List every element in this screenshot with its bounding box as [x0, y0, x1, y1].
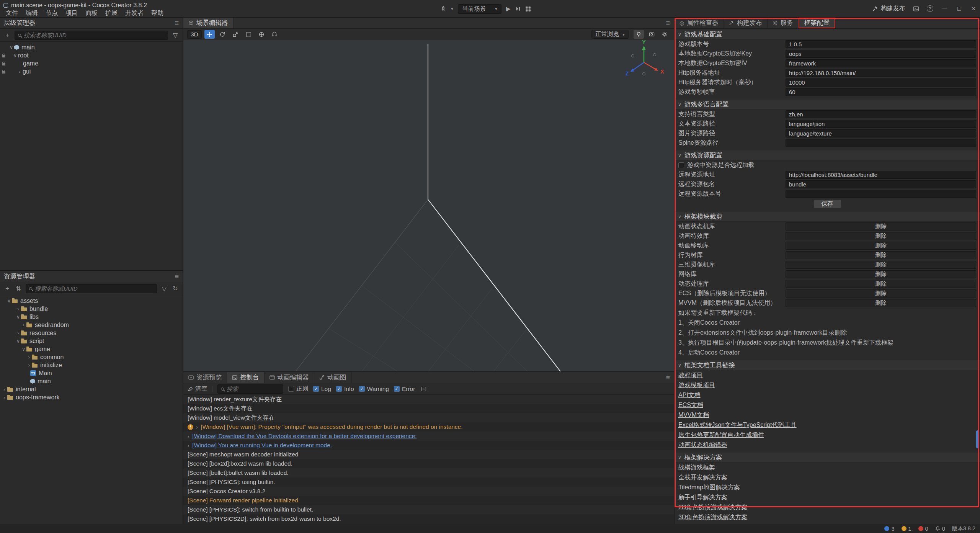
- build-publish-button[interactable]: 构建发布: [872, 5, 905, 13]
- asset-node[interactable]: › bundle: [0, 305, 183, 313]
- asset-node[interactable]: › initialize: [0, 361, 183, 369]
- delete-module-button[interactable]: 删除: [786, 280, 976, 288]
- expand-arrow-icon[interactable]: ›: [2, 394, 7, 400]
- rotate-tool-button[interactable]: [217, 30, 228, 39]
- asset-node[interactable]: ∨ script: [0, 337, 183, 345]
- property-input[interactable]: [786, 120, 976, 128]
- solution-link[interactable]: 全栈开发解决方案: [675, 473, 980, 482]
- expand-arrow-icon[interactable]: ∨: [8, 44, 14, 50]
- log-row[interactable]: [Scene] [PHYSICS2D]: switch from box2d-w…: [183, 514, 674, 523]
- property-input[interactable]: [786, 180, 976, 188]
- hierarchy-search-input[interactable]: [24, 32, 165, 38]
- property-input[interactable]: [786, 139, 976, 147]
- minimize-button[interactable]: ─: [942, 5, 947, 12]
- asset-node[interactable]: › common: [0, 353, 183, 361]
- preview-device-icon[interactable]: [440, 6, 446, 12]
- maximize-button[interactable]: □: [957, 5, 961, 12]
- property-input[interactable]: [786, 88, 976, 96]
- save-button[interactable]: 保存: [813, 199, 841, 208]
- doc-link[interactable]: 动画状态机编辑器: [675, 440, 980, 450]
- scene-settings-button[interactable]: [660, 30, 670, 39]
- menu-item[interactable]: 编辑: [22, 9, 42, 17]
- log-filter-checkbox[interactable]: Info: [336, 386, 354, 392]
- add-node-button[interactable]: +: [3, 32, 11, 39]
- delete-module-button[interactable]: 删除: [786, 270, 976, 278]
- delete-module-button[interactable]: 删除: [786, 289, 976, 298]
- log-filter-checkbox[interactable]: Error: [394, 386, 415, 392]
- delete-module-button[interactable]: 删除: [786, 251, 976, 259]
- log-row[interactable]: [Window] render_texture文件夹存在: [183, 395, 674, 404]
- tab-console[interactable]: 控制台: [227, 372, 265, 383]
- tab-build-publish[interactable]: 构建发布: [724, 18, 768, 28]
- doc-link[interactable]: 教程项目: [675, 370, 980, 380]
- solution-link[interactable]: 3D角色扮演游戏解决方案: [675, 512, 980, 522]
- log-row[interactable]: [Scene] Cocos Creator v3.8.2: [183, 487, 674, 496]
- scrollbar-thumb[interactable]: [976, 430, 979, 448]
- section-header-language[interactable]: ∨ 游戏多语言配置: [675, 100, 980, 110]
- section-header-docs[interactable]: ∨ 框架文档工具链接: [675, 360, 980, 370]
- menu-item[interactable]: 开发者: [121, 9, 147, 17]
- menu-item[interactable]: 帮助: [147, 9, 167, 17]
- regex-checkbox[interactable]: 正则: [288, 385, 308, 393]
- help-icon[interactable]: ?: [927, 5, 933, 12]
- panel-menu-icon[interactable]: ≡: [175, 273, 179, 281]
- expand-arrow-icon[interactable]: ›: [17, 69, 23, 74]
- light-toggle-button[interactable]: [634, 30, 644, 39]
- expand-arrow-icon[interactable]: ›: [26, 362, 32, 368]
- tab-service[interactable]: 服务: [768, 18, 799, 28]
- property-input[interactable]: [786, 69, 976, 77]
- asset-node[interactable]: ∨ assets: [0, 297, 183, 305]
- filter-icon[interactable]: ▽: [160, 285, 168, 292]
- tab-property-inspector[interactable]: ◎ 属性检查器: [675, 18, 724, 28]
- hierarchy-node[interactable]: › gui: [0, 67, 183, 75]
- log-row[interactable]: › [Window] Download the Vue Devtools ext…: [183, 432, 674, 441]
- delete-module-button[interactable]: 删除: [786, 299, 976, 307]
- property-input[interactable]: [786, 190, 976, 198]
- asset-node[interactable]: ∨ game: [0, 345, 183, 353]
- log-filter-checkbox[interactable]: Warning: [359, 386, 389, 392]
- add-asset-button[interactable]: +: [3, 285, 11, 292]
- asset-node[interactable]: › internal: [0, 385, 183, 393]
- notification-counter[interactable]: 0: [935, 526, 945, 532]
- property-input[interactable]: [786, 59, 976, 67]
- assets-search-input[interactable]: [35, 285, 154, 292]
- console-search-input[interactable]: [227, 386, 280, 392]
- view-mode-select[interactable]: 正常浏览 ▾: [591, 30, 629, 39]
- expand-arrow-icon[interactable]: ∨: [12, 52, 18, 58]
- console-search[interactable]: [217, 384, 283, 394]
- expand-arrow-icon[interactable]: ›: [196, 424, 198, 430]
- console-log-list[interactable]: [Window] render_texture文件夹存在 [Window] ec…: [183, 395, 674, 524]
- rect-tool-button[interactable]: [243, 30, 254, 39]
- scene-select[interactable]: 当前场景 ▾: [458, 4, 501, 14]
- asset-node[interactable]: › oops-framework: [0, 393, 183, 401]
- delete-module-button[interactable]: 删除: [786, 261, 976, 269]
- log-row[interactable]: [Window] ecs文件夹存在: [183, 404, 674, 413]
- log-row[interactable]: ! › [Window] [Vue warn]: Property "onInp…: [183, 422, 674, 432]
- log-row[interactable]: [Scene] Forward render pipeline initiali…: [183, 496, 674, 505]
- asset-node[interactable]: main: [0, 377, 183, 385]
- tab-framework-config[interactable]: 框架配置: [799, 18, 835, 28]
- tab-scene-editor[interactable]: 场景编辑器: [183, 18, 234, 28]
- delete-module-button[interactable]: 删除: [786, 242, 976, 250]
- log-row[interactable]: [Scene] [box2d]:box2d wasm lib loaded.: [183, 459, 674, 468]
- lock-icon[interactable]: [2, 71, 5, 74]
- log-filter-checkbox[interactable]: Log: [313, 386, 331, 392]
- delete-module-button[interactable]: 删除: [786, 232, 976, 240]
- expand-arrow-icon[interactable]: ›: [15, 306, 21, 312]
- play-button[interactable]: ▶: [506, 5, 511, 12]
- solution-link[interactable]: 2D角色扮演游戏解决方案: [675, 502, 980, 512]
- doc-link[interactable]: 原生包热更新配置自动生成插件: [675, 430, 980, 440]
- asset-node[interactable]: TS Main: [0, 369, 183, 377]
- doc-link[interactable]: Excel格式转Json文件与TypeScript代码工具: [675, 420, 980, 430]
- expand-arrow-icon[interactable]: ∨: [15, 314, 21, 320]
- log-row[interactable]: [Scene] [PHYSICS]: using builtin.: [183, 477, 674, 487]
- warning-counter[interactable]: 1: [902, 526, 911, 532]
- expand-arrow-icon[interactable]: ∨: [15, 338, 21, 344]
- scene-viewport[interactable]: Y X Z: [183, 40, 674, 371]
- property-input[interactable]: [786, 129, 976, 137]
- solution-link[interactable]: 战棋游戏框架: [675, 463, 980, 473]
- doc-link[interactable]: API文档: [675, 390, 980, 400]
- log-row[interactable]: [Scene] [bullet]:bullet wasm lib loaded.: [183, 468, 674, 477]
- filter-icon[interactable]: ▽: [172, 31, 179, 39]
- refresh-icon[interactable]: ↻: [172, 285, 179, 292]
